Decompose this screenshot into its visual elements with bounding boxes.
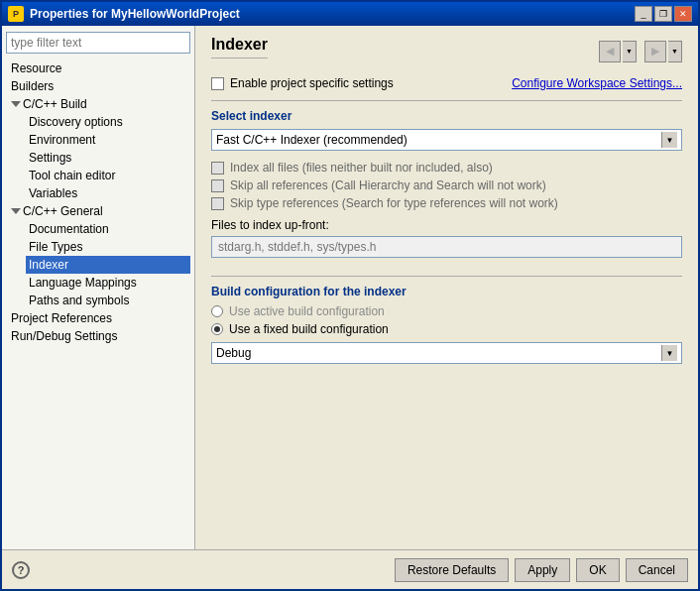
build-config-label: Build configuration for the indexer xyxy=(211,285,682,298)
indexer-select-arrow-icon: ▼ xyxy=(661,132,677,148)
use-fixed-row: Use a fixed build configuration xyxy=(211,322,682,336)
debug-select-arrow-icon: ▼ xyxy=(661,345,677,361)
index-all-checkbox[interactable] xyxy=(211,162,224,175)
sidebar-item-documentation[interactable]: Documentation xyxy=(26,220,190,238)
files-label: Files to index up-front: xyxy=(211,218,682,232)
filter-input[interactable] xyxy=(6,32,190,54)
close-button[interactable]: ✕ xyxy=(674,6,692,22)
app-icon: P xyxy=(8,6,24,22)
use-fixed-label: Use a fixed build configuration xyxy=(229,322,389,336)
separator-1 xyxy=(211,100,682,101)
enable-label: Enable project specific settings xyxy=(230,76,394,90)
minimize-button[interactable]: _ xyxy=(635,6,652,22)
panel-title: Indexer xyxy=(211,36,268,59)
ok-button[interactable]: OK xyxy=(576,558,619,582)
skip-references-checkbox[interactable] xyxy=(211,179,224,192)
debug-select[interactable]: Debug ▼ xyxy=(211,342,682,364)
configure-workspace-link[interactable]: Configure Workspace Settings... xyxy=(512,76,682,90)
panel-header: Indexer ◀ ▼ ▶ ▼ xyxy=(211,36,682,66)
sidebar-item-cc-general[interactable]: C/C++ General xyxy=(8,202,190,220)
nav-back-dropdown[interactable]: ▼ xyxy=(623,41,637,62)
sidebar-item-environment[interactable]: Environment xyxy=(26,131,190,149)
files-input[interactable] xyxy=(211,236,682,258)
nav-forward-dropdown[interactable]: ▼ xyxy=(668,41,682,62)
nav-buttons: ◀ ▼ ▶ ▼ xyxy=(599,41,682,62)
enable-left: Enable project specific settings xyxy=(211,76,394,90)
titlebar-left: P Properties for MyHellowWorldProject xyxy=(8,6,240,22)
sidebar-item-project-references[interactable]: Project References xyxy=(8,309,190,327)
sidebar-item-run-debug-settings[interactable]: Run/Debug Settings xyxy=(8,327,190,345)
skip-type-references-row: Skip type references (Search for type re… xyxy=(211,196,682,210)
indexer-select[interactable]: Fast C/C++ Indexer (recommended) ▼ xyxy=(211,129,682,151)
titlebar: P Properties for MyHellowWorldProject _ … xyxy=(2,2,698,26)
skip-references-row: Skip all references (Call Hierarchy and … xyxy=(211,178,682,192)
enable-checkbox[interactable] xyxy=(211,77,224,90)
cancel-button[interactable]: Cancel xyxy=(626,558,688,582)
select-indexer-label: Select indexer xyxy=(211,109,682,123)
use-active-radio[interactable] xyxy=(211,305,223,317)
skip-type-references-checkbox[interactable] xyxy=(211,197,224,210)
window-title: Properties for MyHellowWorldProject xyxy=(30,7,240,21)
separator-2 xyxy=(211,276,682,277)
use-active-label: Use active build configuration xyxy=(229,304,385,318)
sidebar-item-indexer[interactable]: Indexer xyxy=(26,256,190,274)
cc-general-expand-icon xyxy=(11,208,21,214)
tree: Resource Builders C/C++ Build Discovery … xyxy=(6,59,190,345)
restore-button[interactable]: ❐ xyxy=(654,6,672,22)
sidebar-item-builders[interactable]: Builders xyxy=(8,77,190,95)
content-area: Resource Builders C/C++ Build Discovery … xyxy=(2,26,698,549)
cc-build-expand-icon xyxy=(11,101,21,107)
bottom-right: Restore Defaults Apply OK Cancel xyxy=(395,558,688,582)
sidebar-item-paths-and-symbols[interactable]: Paths and symbols xyxy=(26,292,190,309)
bottom-bar: ? Restore Defaults Apply OK Cancel xyxy=(2,549,698,589)
main-window: P Properties for MyHellowWorldProject _ … xyxy=(0,0,700,591)
indexer-select-value: Fast C/C++ Indexer (recommended) xyxy=(216,133,408,147)
use-active-row: Use active build configuration xyxy=(211,304,682,318)
titlebar-buttons: _ ❐ ✕ xyxy=(635,6,692,22)
restore-defaults-button[interactable]: Restore Defaults xyxy=(395,558,509,582)
sidebar-item-cc-build[interactable]: C/C++ Build xyxy=(8,95,190,113)
sidebar-item-language-mappings[interactable]: Language Mappings xyxy=(26,274,190,292)
sidebar-item-settings[interactable]: Settings xyxy=(26,149,190,167)
help-button[interactable]: ? xyxy=(12,561,30,579)
sidebar-item-file-types[interactable]: File Types xyxy=(26,238,190,256)
apply-button[interactable]: Apply xyxy=(515,558,570,582)
sidebar-item-tool-chain-editor[interactable]: Tool chain editor xyxy=(26,167,190,184)
bottom-left: ? xyxy=(12,561,30,579)
right-panel: Indexer ◀ ▼ ▶ ▼ Enable project specific … xyxy=(195,26,698,549)
skip-references-label: Skip all references (Call Hierarchy and … xyxy=(230,178,546,192)
enable-row: Enable project specific settings Configu… xyxy=(211,76,682,90)
sidebar-item-discovery-options[interactable]: Discovery options xyxy=(26,113,190,131)
sidebar-item-resource[interactable]: Resource xyxy=(8,59,190,77)
sidebar-item-variables[interactable]: Variables xyxy=(26,184,190,202)
nav-back-button[interactable]: ◀ xyxy=(599,41,621,62)
skip-type-references-label: Skip type references (Search for type re… xyxy=(230,196,558,210)
build-config-section: Use active build configuration Use a fix… xyxy=(211,304,682,364)
nav-forward-button[interactable]: ▶ xyxy=(644,41,666,62)
use-fixed-radio[interactable] xyxy=(211,323,223,335)
left-panel: Resource Builders C/C++ Build Discovery … xyxy=(2,26,195,549)
index-all-row: Index all files (files neither built nor… xyxy=(211,161,682,175)
debug-select-value: Debug xyxy=(216,346,251,360)
index-all-label: Index all files (files neither built nor… xyxy=(230,161,493,175)
